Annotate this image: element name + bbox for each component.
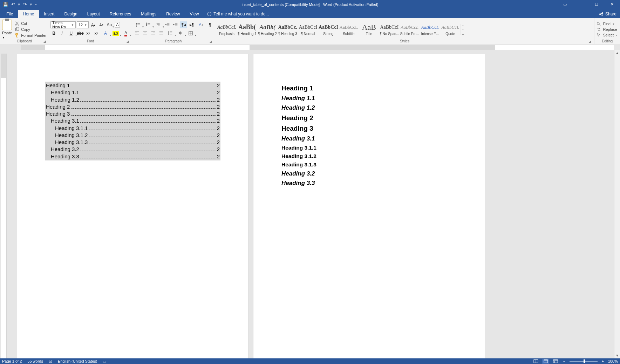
group-styles: AaBbCcLEmphasisAaBb(¶ Heading 1AaBb(¶ He… — [215, 18, 595, 44]
grow-font-button[interactable]: A▴ — [90, 21, 97, 28]
shrink-font-button[interactable]: A▾ — [98, 21, 105, 28]
rtl-button[interactable]: ▸¶ — [188, 21, 195, 28]
svg-point-7 — [136, 23, 137, 24]
ribbon-tabs: FileHomeInsertDesignLayoutReferencesMail… — [0, 9, 620, 18]
decrease-indent-button[interactable] — [164, 21, 171, 28]
style-intense-e-[interactable]: AaBbCcLIntense E... — [420, 19, 440, 39]
tab-file[interactable]: File — [1, 10, 18, 18]
replace-button[interactable]: Replace — [596, 27, 619, 32]
svg-point-0 — [600, 13, 601, 14]
shading-button[interactable]: ▼ — [176, 30, 185, 37]
numbering-button[interactable]: 12▼ — [144, 21, 153, 28]
svg-point-1 — [602, 12, 603, 13]
tab-references[interactable]: References — [105, 10, 136, 18]
styles-launcher-icon[interactable]: ◢ — [589, 40, 591, 43]
window-controls: ▭ — ☐ ✕ — [557, 0, 620, 9]
align-right-button[interactable] — [150, 30, 157, 37]
paste-button[interactable]: Paste▼ — [1, 19, 14, 39]
styles-gallery[interactable]: AaBbCcLEmphasisAaBb(¶ Heading 1AaBb(¶ He… — [217, 19, 461, 39]
tab-insert[interactable]: Insert — [39, 10, 59, 18]
tab-design[interactable]: Design — [59, 10, 82, 18]
svg-text:2: 2 — [146, 24, 147, 26]
bold-button[interactable]: B — [50, 30, 57, 37]
paste-icon — [2, 20, 12, 30]
align-center-button[interactable] — [142, 30, 149, 37]
minimize-icon[interactable]: — — [573, 0, 588, 9]
svg-point-13 — [597, 22, 600, 25]
group-font: Times New Ro▼ 12▼ A▴ A▾ Aa▼ A B I U▼ abc… — [49, 18, 132, 44]
ribbon-options-icon[interactable]: ▭ — [557, 0, 573, 9]
clipboard-launcher-icon[interactable]: ◢ — [43, 40, 46, 43]
svg-point-4 — [18, 24, 19, 26]
select-button[interactable]: Select ▼ — [596, 33, 619, 38]
ribbon: Paste▼ Cut Copy Format Painter Clipboard… — [0, 18, 620, 44]
ltr-button[interactable]: ¶◂ — [180, 21, 187, 28]
clear-formatting-button[interactable]: A — [114, 21, 121, 28]
sort-button[interactable]: A↕ — [196, 21, 205, 28]
change-case-button[interactable]: Aa▼ — [106, 21, 113, 28]
style--heading-2[interactable]: AaBb(¶ Heading 2 — [257, 19, 278, 39]
styles-more-button[interactable]: ▴▾⎯ — [461, 24, 465, 35]
style--no-spac-[interactable]: AaBbCcI¶ No Spac... — [379, 19, 400, 39]
tab-mailings[interactable]: Mailings — [136, 10, 161, 18]
paragraph-launcher-icon[interactable]: ◢ — [210, 40, 212, 43]
show-marks-button[interactable]: ¶ — [206, 21, 213, 28]
font-name-combo[interactable]: Times New Ro▼ — [50, 21, 76, 28]
text-effects-button[interactable]: A▼ — [101, 30, 110, 37]
line-spacing-button[interactable]: ▼ — [166, 30, 175, 37]
tab-layout[interactable]: Layout — [82, 10, 105, 18]
close-icon[interactable]: ✕ — [604, 0, 620, 9]
tab-review[interactable]: Review — [161, 10, 185, 18]
group-editing: Find ▼ Replace Select ▼ Editing — [594, 18, 620, 44]
underline-button[interactable]: U▼ — [67, 30, 76, 37]
superscript-button[interactable]: x2 — [93, 30, 100, 37]
group-clipboard: Paste▼ Cut Copy Format Painter Clipboard… — [0, 18, 49, 44]
style-emphasis[interactable]: AaBbCcLEmphasis — [217, 19, 237, 39]
italic-button[interactable]: I — [59, 30, 66, 37]
svg-point-9 — [136, 26, 137, 27]
copy-button[interactable]: Copy — [14, 27, 47, 32]
cut-button[interactable]: Cut — [14, 21, 47, 26]
title-bar: 💾 ↶ ▾ ↷ ▾ ▾ insert_table_of_contents [Co… — [0, 0, 620, 9]
style--normal[interactable]: AaBbCcI¶ Normal — [298, 19, 318, 39]
tab-view[interactable]: View — [185, 10, 204, 18]
style-title[interactable]: AaBTitle — [359, 19, 379, 39]
undo-icon[interactable]: ↶ — [11, 2, 15, 7]
font-color-button[interactable]: A▼ — [121, 30, 130, 37]
font-size-combo[interactable]: 12▼ — [77, 21, 89, 28]
horizontal-ruler[interactable] — [0, 44, 620, 50]
tab-home[interactable]: Home — [18, 10, 39, 18]
save-icon[interactable]: 💾 — [3, 2, 8, 7]
window-title: insert_table_of_contents [Compatibility … — [242, 2, 379, 7]
format-painter-button[interactable]: Format Painter — [14, 33, 47, 38]
redo-icon[interactable]: ↷ — [23, 2, 27, 7]
strikethrough-button[interactable]: abc — [77, 30, 84, 37]
bullets-button[interactable]: ▼ — [134, 21, 143, 28]
justify-button[interactable] — [158, 30, 165, 37]
style-subtle-em-[interactable]: AaBbCcLSubtle Em... — [400, 19, 420, 39]
svg-point-3 — [15, 24, 17, 26]
tell-me-search[interactable]: Tell me what you want to do... — [207, 10, 269, 18]
maximize-icon[interactable]: ☐ — [588, 0, 604, 9]
highlight-button[interactable]: ab▼ — [111, 30, 120, 37]
share-button[interactable]: Share — [599, 10, 616, 18]
lightbulb-icon — [207, 12, 211, 16]
increase-indent-button[interactable] — [172, 21, 179, 28]
subscript-button[interactable]: x2 — [85, 30, 92, 37]
style--heading-3[interactable]: AaBbCc.¶ Heading 3 — [278, 19, 298, 39]
borders-button[interactable]: ▼ — [186, 30, 195, 37]
multilevel-list-button[interactable]: ▼ — [154, 21, 163, 28]
quick-access-toolbar: 💾 ↶ ▾ ↷ ▾ ▾ — [0, 2, 37, 7]
group-paragraph: ▼ 12▼ ▼ ¶◂ ▸¶ A↕ ¶ ▼ ▼ ▼ — [132, 18, 215, 44]
svg-point-2 — [602, 15, 603, 16]
style-strong[interactable]: AaBbCcIStrong — [318, 19, 339, 39]
style-subtitle[interactable]: AaBbCcLSubtitle — [339, 19, 359, 39]
svg-point-8 — [136, 25, 137, 25]
style--heading-1[interactable]: AaBb(¶ Heading 1 — [237, 19, 257, 39]
font-launcher-icon[interactable]: ◢ — [127, 40, 129, 43]
style-quote[interactable]: AaBbCcLQuote — [440, 19, 461, 39]
find-button[interactable]: Find ▼ — [596, 21, 619, 27]
align-left-button[interactable] — [134, 30, 141, 37]
